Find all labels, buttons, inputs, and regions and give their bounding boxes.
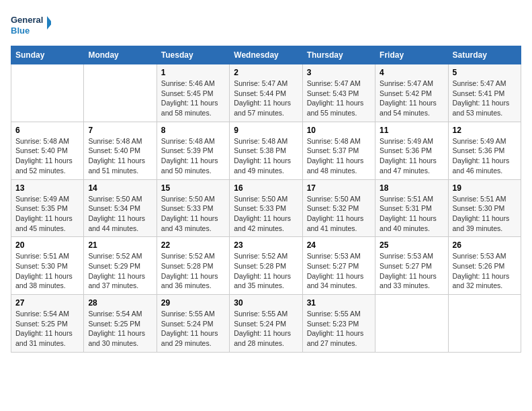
day-info: Sunrise: 5:53 AM Sunset: 5:26 PM Dayligh… [453,251,517,291]
calendar-cell: 30Sunrise: 5:55 AM Sunset: 5:24 PM Dayli… [230,295,302,353]
day-info: Sunrise: 5:50 AM Sunset: 5:33 PM Dayligh… [234,194,298,234]
day-number: 11 [380,126,443,135]
calendar-cell: 28Sunrise: 5:54 AM Sunset: 5:25 PM Dayli… [84,295,157,353]
day-number: 7 [88,126,152,135]
calendar-cell: 4Sunrise: 5:47 AM Sunset: 5:42 PM Daylig… [375,64,448,122]
col-header-sunday: Sunday [11,46,84,64]
week-row-2: 6Sunrise: 5:48 AM Sunset: 5:40 PM Daylig… [11,122,521,179]
day-info: Sunrise: 5:48 AM Sunset: 5:38 PM Dayligh… [234,136,298,176]
week-row-4: 20Sunrise: 5:51 AM Sunset: 5:30 PM Dayli… [11,237,521,295]
day-info: Sunrise: 5:53 AM Sunset: 5:27 PM Dayligh… [380,251,443,291]
day-info: Sunrise: 5:51 AM Sunset: 5:30 PM Dayligh… [15,251,79,291]
calendar-cell: 26Sunrise: 5:53 AM Sunset: 5:26 PM Dayli… [448,237,521,295]
calendar-cell: 5Sunrise: 5:47 AM Sunset: 5:41 PM Daylig… [448,64,521,122]
day-number: 21 [88,240,152,250]
day-number: 8 [161,126,225,135]
day-info: Sunrise: 5:53 AM Sunset: 5:27 PM Dayligh… [307,251,371,291]
calendar-cell: 17Sunrise: 5:50 AM Sunset: 5:32 PM Dayli… [302,179,375,237]
page-header: General Blue [11,11,521,40]
calendar-cell: 10Sunrise: 5:48 AM Sunset: 5:37 PM Dayli… [302,122,375,179]
svg-text:Blue: Blue [11,26,30,36]
svg-text:General: General [11,15,43,25]
day-number: 31 [307,298,371,308]
day-number: 15 [161,183,225,193]
calendar-cell: 20Sunrise: 5:51 AM Sunset: 5:30 PM Dayli… [11,237,84,295]
day-number: 18 [380,183,443,193]
calendar-cell: 2Sunrise: 5:47 AM Sunset: 5:44 PM Daylig… [230,64,302,122]
calendar-cell: 14Sunrise: 5:50 AM Sunset: 5:34 PM Dayli… [84,179,157,237]
day-number: 9 [234,126,298,135]
header-row: SundayMondayTuesdayWednesdayThursdayFrid… [11,46,521,64]
day-number: 22 [161,240,225,250]
calendar-cell [375,295,448,353]
svg-marker-2 [47,16,51,30]
logo-svg: General Blue [11,11,51,40]
day-info: Sunrise: 5:48 AM Sunset: 5:40 PM Dayligh… [88,136,152,176]
day-number: 10 [307,126,371,135]
calendar-cell: 25Sunrise: 5:53 AM Sunset: 5:27 PM Dayli… [375,237,448,295]
day-number: 24 [307,240,371,250]
day-info: Sunrise: 5:48 AM Sunset: 5:39 PM Dayligh… [161,136,225,176]
calendar-cell [84,64,157,122]
week-row-1: 1Sunrise: 5:46 AM Sunset: 5:45 PM Daylig… [11,64,521,122]
day-number: 3 [307,68,371,77]
week-row-3: 13Sunrise: 5:49 AM Sunset: 5:35 PM Dayli… [11,179,521,237]
day-number: 6 [15,126,79,135]
calendar-cell: 8Sunrise: 5:48 AM Sunset: 5:39 PM Daylig… [157,122,229,179]
calendar-cell: 21Sunrise: 5:52 AM Sunset: 5:29 PM Dayli… [84,237,157,295]
calendar-cell: 12Sunrise: 5:49 AM Sunset: 5:36 PM Dayli… [448,122,521,179]
day-info: Sunrise: 5:47 AM Sunset: 5:43 PM Dayligh… [307,79,371,118]
day-info: Sunrise: 5:55 AM Sunset: 5:24 PM Dayligh… [161,309,225,349]
calendar-cell: 19Sunrise: 5:51 AM Sunset: 5:30 PM Dayli… [448,179,521,237]
day-info: Sunrise: 5:55 AM Sunset: 5:24 PM Dayligh… [234,309,298,349]
calendar-cell: 29Sunrise: 5:55 AM Sunset: 5:24 PM Dayli… [157,295,229,353]
day-info: Sunrise: 5:52 AM Sunset: 5:29 PM Dayligh… [88,251,152,291]
day-info: Sunrise: 5:52 AM Sunset: 5:28 PM Dayligh… [161,251,225,291]
day-number: 19 [453,183,517,193]
calendar-cell [11,64,84,122]
logo: General Blue [11,11,51,40]
day-number: 13 [15,183,79,193]
day-number: 26 [453,240,517,250]
col-header-tuesday: Tuesday [157,46,229,64]
calendar-cell: 27Sunrise: 5:54 AM Sunset: 5:25 PM Dayli… [11,295,84,353]
day-info: Sunrise: 5:51 AM Sunset: 5:30 PM Dayligh… [453,194,517,234]
calendar-cell: 6Sunrise: 5:48 AM Sunset: 5:40 PM Daylig… [11,122,84,179]
calendar-cell: 18Sunrise: 5:51 AM Sunset: 5:31 PM Dayli… [375,179,448,237]
day-info: Sunrise: 5:47 AM Sunset: 5:42 PM Dayligh… [380,79,443,118]
calendar-cell: 11Sunrise: 5:49 AM Sunset: 5:36 PM Dayli… [375,122,448,179]
calendar-cell: 1Sunrise: 5:46 AM Sunset: 5:45 PM Daylig… [157,64,229,122]
day-number: 27 [15,298,79,308]
day-info: Sunrise: 5:52 AM Sunset: 5:28 PM Dayligh… [234,251,298,291]
day-info: Sunrise: 5:54 AM Sunset: 5:25 PM Dayligh… [15,309,79,349]
day-number: 28 [88,298,152,308]
calendar-cell: 7Sunrise: 5:48 AM Sunset: 5:40 PM Daylig… [84,122,157,179]
day-number: 29 [161,298,225,308]
calendar-cell: 31Sunrise: 5:55 AM Sunset: 5:23 PM Dayli… [302,295,375,353]
calendar-cell: 9Sunrise: 5:48 AM Sunset: 5:38 PM Daylig… [230,122,302,179]
day-number: 2 [234,68,298,77]
day-number: 30 [234,298,298,308]
col-header-saturday: Saturday [448,46,521,64]
calendar-table: SundayMondayTuesdayWednesdayThursdayFrid… [11,46,521,353]
day-info: Sunrise: 5:46 AM Sunset: 5:45 PM Dayligh… [161,79,225,118]
week-row-5: 27Sunrise: 5:54 AM Sunset: 5:25 PM Dayli… [11,295,521,353]
day-number: 25 [380,240,443,250]
day-info: Sunrise: 5:47 AM Sunset: 5:44 PM Dayligh… [234,79,298,118]
calendar-cell: 16Sunrise: 5:50 AM Sunset: 5:33 PM Dayli… [230,179,302,237]
day-info: Sunrise: 5:48 AM Sunset: 5:37 PM Dayligh… [307,136,371,176]
day-number: 14 [88,183,152,193]
day-number: 12 [453,126,517,135]
day-info: Sunrise: 5:50 AM Sunset: 5:32 PM Dayligh… [307,194,371,234]
col-header-monday: Monday [84,46,157,64]
calendar-cell: 3Sunrise: 5:47 AM Sunset: 5:43 PM Daylig… [302,64,375,122]
day-info: Sunrise: 5:50 AM Sunset: 5:34 PM Dayligh… [88,194,152,234]
calendar-cell: 15Sunrise: 5:50 AM Sunset: 5:33 PM Dayli… [157,179,229,237]
day-number: 5 [453,68,517,77]
day-info: Sunrise: 5:51 AM Sunset: 5:31 PM Dayligh… [380,194,443,234]
col-header-friday: Friday [375,46,448,64]
day-number: 17 [307,183,371,193]
day-info: Sunrise: 5:54 AM Sunset: 5:25 PM Dayligh… [88,309,152,349]
day-info: Sunrise: 5:49 AM Sunset: 5:36 PM Dayligh… [453,136,517,176]
col-header-thursday: Thursday [302,46,375,64]
